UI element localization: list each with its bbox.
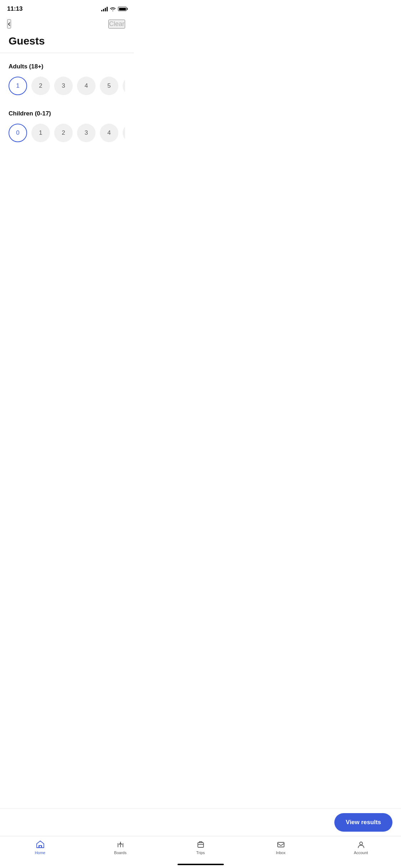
- adults-section: Adults (18+) 12345678: [0, 53, 134, 100]
- adults-option-2[interactable]: 2: [31, 77, 50, 95]
- status-bar: 11:13: [0, 0, 134, 16]
- battery-icon: [118, 7, 127, 11]
- clear-button[interactable]: Clear: [108, 20, 125, 29]
- children-option-4[interactable]: 4: [100, 124, 118, 142]
- children-option-2[interactable]: 2: [54, 124, 73, 142]
- children-label: Children (0-17): [9, 110, 125, 117]
- adults-label: Adults (18+): [9, 63, 125, 70]
- back-button[interactable]: ‹: [7, 19, 11, 29]
- adults-options: 12345678: [9, 77, 125, 97]
- adults-option-5[interactable]: 5: [100, 77, 118, 95]
- adults-option-6[interactable]: 6: [123, 77, 125, 95]
- children-option-0[interactable]: 0: [9, 124, 27, 142]
- adults-option-4[interactable]: 4: [77, 77, 96, 95]
- children-option-3[interactable]: 3: [77, 124, 96, 142]
- children-option-1[interactable]: 1: [31, 124, 50, 142]
- children-options: 01234567: [9, 124, 125, 144]
- status-time: 11:13: [7, 5, 22, 12]
- signal-icon: [101, 6, 108, 11]
- status-icons: [101, 6, 127, 11]
- adults-option-3[interactable]: 3: [54, 77, 73, 95]
- children-option-5[interactable]: 5: [123, 124, 125, 142]
- children-section: Children (0-17) 01234567: [0, 100, 134, 147]
- nav-header: ‹ Clear: [0, 16, 134, 32]
- page-title: Guests: [0, 32, 134, 53]
- adults-option-1[interactable]: 1: [9, 77, 27, 95]
- wifi-icon: [110, 7, 116, 11]
